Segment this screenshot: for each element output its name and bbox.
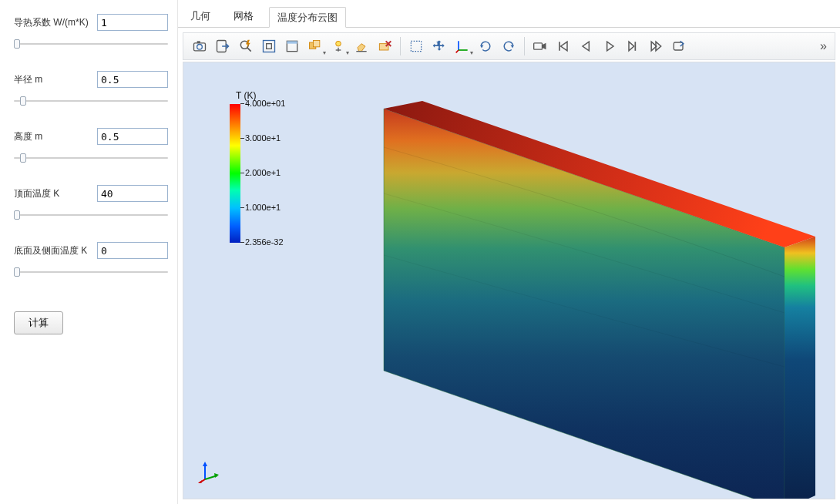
- svg-line-23: [456, 50, 459, 52]
- legend-tick: 4.000e+01: [245, 99, 285, 108]
- color-legend: T (K) 4.000e+013.000e+12.000e+11.000e+12…: [230, 90, 302, 243]
- param-0: 导热系数 W/(m*K): [14, 14, 170, 49]
- fit-view-icon[interactable]: [257, 35, 281, 57]
- param-input[interactable]: [97, 71, 168, 88]
- axis-triad-icon: [197, 460, 220, 483]
- tab-网格[interactable]: 网格: [226, 6, 261, 27]
- clear-icon[interactable]: [350, 35, 373, 57]
- temperature-contour-plot: [368, 101, 831, 499]
- multi-view-icon[interactable]: ▾: [304, 35, 327, 57]
- tab-几何[interactable]: 几何: [183, 6, 218, 27]
- svg-marker-41: [203, 462, 207, 466]
- first-frame-icon[interactable]: [552, 35, 575, 57]
- main-panel: 几何网格温度分布云图 ▾▾▾» T (K) 4.000e+013.000e+12…: [177, 0, 840, 504]
- rotate-ccw-icon[interactable]: [497, 35, 520, 57]
- svg-rect-20: [411, 41, 421, 51]
- svg-point-13: [336, 41, 341, 46]
- svg-marker-31: [607, 42, 613, 51]
- param-input[interactable]: [97, 185, 168, 202]
- loop-icon[interactable]: [667, 35, 690, 57]
- svg-rect-10: [287, 41, 297, 43]
- last-frame-icon[interactable]: [644, 35, 667, 57]
- calculate-button[interactable]: 计算: [14, 311, 63, 334]
- param-label: 导热系数 W/(m*K): [14, 16, 91, 29]
- legend-tick: 2.356e-32: [245, 237, 284, 247]
- param-label: 半径 m: [14, 73, 91, 86]
- legend-colorbar: [230, 104, 240, 243]
- svg-rect-36: [674, 42, 683, 50]
- svg-line-5: [247, 48, 251, 52]
- svg-marker-43: [214, 473, 219, 478]
- lighting-icon[interactable]: ▾: [327, 35, 350, 57]
- legend-tick: 2.000e+1: [245, 168, 281, 177]
- param-2: 高度 m: [14, 128, 170, 163]
- svg-rect-26: [534, 43, 543, 49]
- param-input[interactable]: [97, 242, 168, 259]
- param-1: 半径 m: [14, 71, 170, 106]
- svg-marker-30: [583, 42, 589, 51]
- param-slider[interactable]: [14, 210, 168, 220]
- param-label: 顶面温度 K: [14, 187, 91, 200]
- param-label: 高度 m: [14, 130, 91, 143]
- legend-tick: 1.000e+1: [245, 203, 281, 212]
- param-slider[interactable]: [14, 267, 168, 277]
- bounding-box-icon[interactable]: [281, 35, 304, 57]
- sidebar: 导热系数 W/(m*K) 半径 m 高度 m 顶面温度 K: [0, 0, 177, 504]
- svg-rect-2: [197, 41, 200, 43]
- svg-marker-39: [785, 237, 815, 499]
- param-4: 底面及侧面温度 K: [14, 242, 170, 277]
- legend-tick: 3.000e+1: [245, 133, 281, 143]
- record-icon[interactable]: [529, 35, 552, 57]
- param-slider[interactable]: [14, 39, 168, 49]
- svg-marker-45: [197, 480, 202, 483]
- svg-rect-8: [267, 44, 272, 49]
- toolbar-overflow[interactable]: »: [817, 39, 830, 53]
- svg-point-1: [197, 45, 203, 50]
- play-icon[interactable]: [598, 35, 621, 57]
- plot-canvas[interactable]: T (K) 4.000e+013.000e+12.000e+11.000e+12…: [183, 62, 835, 499]
- select-icon[interactable]: [405, 35, 428, 57]
- viewer: ▾▾▾» T (K) 4.000e+013.000e+12.000e+11.00…: [178, 28, 840, 504]
- tab-bar: 几何网格温度分布云图: [178, 0, 840, 28]
- toolbar: ▾▾▾»: [183, 32, 835, 60]
- svg-marker-29: [561, 42, 567, 51]
- param-slider[interactable]: [14, 96, 168, 106]
- snapshot-icon[interactable]: [188, 35, 211, 57]
- axes-icon[interactable]: ▾: [451, 35, 474, 57]
- param-3: 顶面温度 K: [14, 185, 170, 220]
- param-label: 底面及侧面温度 K: [14, 244, 91, 257]
- svg-rect-7: [264, 41, 275, 52]
- param-input[interactable]: [97, 14, 168, 31]
- prev-frame-icon[interactable]: [575, 35, 598, 57]
- pan-icon[interactable]: [428, 35, 451, 57]
- tab-温度分布云图[interactable]: 温度分布云图: [269, 7, 346, 28]
- svg-rect-12: [314, 41, 320, 47]
- delete-layer-icon[interactable]: [373, 35, 396, 57]
- svg-marker-27: [543, 43, 546, 49]
- rotate-cw-icon[interactable]: [474, 35, 497, 57]
- param-input[interactable]: [97, 128, 168, 145]
- next-frame-icon[interactable]: [621, 35, 644, 57]
- param-slider[interactable]: [14, 153, 168, 163]
- svg-marker-32: [629, 42, 634, 51]
- export-icon[interactable]: [211, 35, 234, 57]
- zoom-flash-icon[interactable]: [234, 35, 257, 57]
